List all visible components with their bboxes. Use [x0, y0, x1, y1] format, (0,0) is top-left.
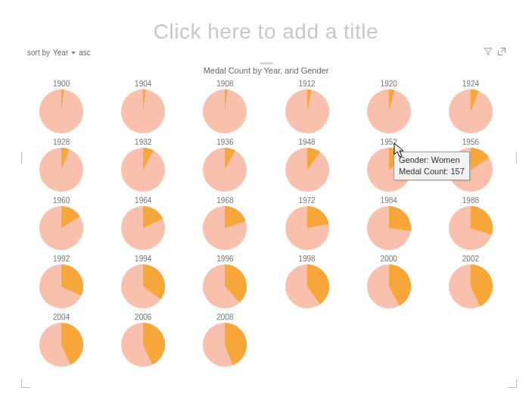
- year-label: 1948: [298, 138, 315, 146]
- year-label: 1972: [298, 196, 315, 205]
- pie-chart[interactable]: [39, 264, 83, 308]
- pie-chart[interactable]: [203, 148, 247, 192]
- title-placeholder[interactable]: Click here to add a title: [21, 20, 511, 44]
- pie-chart[interactable]: [285, 148, 329, 192]
- pie-cell[interactable]: 1948: [277, 138, 336, 192]
- pie-cell[interactable]: 2008: [195, 313, 254, 367]
- year-label: 1904: [135, 80, 151, 88]
- pie-chart[interactable]: [121, 148, 165, 192]
- pie-cell[interactable]: 1998: [277, 255, 336, 308]
- pie-cell[interactable]: 2002: [441, 255, 500, 308]
- pie-chart[interactable]: [367, 264, 411, 308]
- selection-side: [508, 152, 517, 164]
- pie-cell[interactable]: 1912: [277, 80, 336, 133]
- year-label: 2008: [216, 313, 233, 321]
- pie-cell[interactable]: 1904: [114, 80, 173, 133]
- pie-cell[interactable]: 2006: [114, 313, 173, 367]
- pie-chart[interactable]: [449, 264, 493, 308]
- selection-corner: [508, 379, 517, 388]
- pie-cell[interactable]: 1996: [195, 255, 254, 308]
- sort-control[interactable]: sort by Year asc: [27, 48, 91, 57]
- pie-cell[interactable]: 1964: [114, 196, 173, 250]
- pie-cell[interactable]: 1936: [195, 138, 254, 192]
- drag-handle[interactable]: [260, 62, 273, 64]
- pie-chart[interactable]: [121, 89, 165, 133]
- year-label: 1908: [216, 80, 233, 88]
- year-label: 1956: [462, 138, 479, 146]
- tooltip: Gender: Women Medal Count: 157: [394, 152, 470, 180]
- pie-cell[interactable]: 1924: [441, 80, 500, 133]
- year-label: 2006: [135, 313, 151, 321]
- year-label: 1920: [381, 80, 397, 88]
- selection-side: [21, 152, 30, 164]
- year-label: 1968: [216, 196, 233, 205]
- pie-chart[interactable]: [121, 323, 165, 367]
- year-label: 1932: [135, 138, 151, 146]
- year-label: 1988: [462, 196, 479, 205]
- year-label: 1952: [381, 138, 397, 146]
- pie-chart[interactable]: [449, 89, 493, 133]
- year-label: 1964: [135, 196, 151, 205]
- pie-cell[interactable]: 1992: [32, 255, 91, 308]
- year-label: 1996: [216, 255, 233, 263]
- pie-cell[interactable]: 1984: [359, 196, 418, 250]
- year-label: 1924: [462, 80, 479, 88]
- pie-chart[interactable]: [367, 206, 411, 250]
- year-label: 1998: [298, 255, 315, 263]
- selection-corner: [21, 379, 30, 388]
- pie-cell[interactable]: 1908: [195, 80, 254, 133]
- tooltip-gender-label: Gender:: [399, 155, 429, 164]
- pie-chart[interactable]: [39, 148, 83, 192]
- pie-chart[interactable]: [39, 89, 83, 133]
- pie-chart[interactable]: [285, 264, 329, 308]
- year-label: 2002: [462, 255, 479, 263]
- pie-chart[interactable]: [39, 323, 83, 367]
- pie-chart[interactable]: [203, 89, 247, 133]
- chart-subtitle: Medal Count by Year, and Gender: [21, 66, 511, 75]
- sort-field[interactable]: Year: [53, 48, 68, 57]
- sort-direction[interactable]: asc: [79, 48, 91, 57]
- year-label: 1984: [381, 196, 397, 205]
- pie-cell[interactable]: 1932: [114, 138, 173, 192]
- chevron-down-icon[interactable]: [71, 52, 76, 55]
- pie-chart[interactable]: [285, 206, 329, 250]
- year-label: 1912: [298, 80, 315, 88]
- pie-cell[interactable]: 1994: [114, 255, 173, 308]
- filter-icon[interactable]: [484, 47, 493, 58]
- year-label: 1928: [53, 138, 70, 146]
- tooltip-count-value: 157: [451, 167, 465, 176]
- pie-chart[interactable]: [39, 206, 83, 250]
- pie-cell[interactable]: 1972: [277, 196, 336, 250]
- chart-toolbar: sort by Year asc: [21, 48, 511, 62]
- year-label: 1960: [53, 196, 70, 205]
- pie-chart[interactable]: [121, 264, 165, 308]
- pie-cell[interactable]: 1960: [32, 196, 91, 250]
- year-label: 1994: [135, 255, 151, 263]
- pie-grid: 1900190419081912192019241928193219361948…: [21, 80, 511, 367]
- popout-icon[interactable]: [497, 47, 506, 58]
- pie-cell[interactable]: 1968: [195, 196, 254, 250]
- tooltip-gender-value: Women: [431, 155, 460, 164]
- pie-chart[interactable]: [449, 206, 493, 250]
- year-label: 1936: [216, 138, 233, 146]
- pie-chart[interactable]: [367, 89, 411, 133]
- pie-cell[interactable]: 1988: [441, 196, 500, 250]
- sort-label: sort by: [27, 48, 50, 57]
- pie-cell[interactable]: 1900: [32, 80, 91, 133]
- pie-cell[interactable]: 2004: [32, 313, 91, 367]
- pie-chart[interactable]: [285, 89, 329, 133]
- pie-cell[interactable]: 2000: [359, 255, 418, 308]
- pie-chart[interactable]: [121, 206, 165, 250]
- tooltip-count-label: Medal Count:: [399, 167, 448, 176]
- pie-cell[interactable]: 1920: [359, 80, 418, 133]
- year-label: 2000: [381, 255, 397, 263]
- year-label: 2004: [53, 313, 70, 321]
- pie-chart[interactable]: [203, 323, 247, 367]
- year-label: 1992: [53, 255, 70, 263]
- pie-chart[interactable]: [203, 206, 247, 250]
- pie-chart[interactable]: [203, 264, 247, 308]
- year-label: 1900: [53, 80, 70, 88]
- pie-cell[interactable]: 1928: [32, 138, 91, 192]
